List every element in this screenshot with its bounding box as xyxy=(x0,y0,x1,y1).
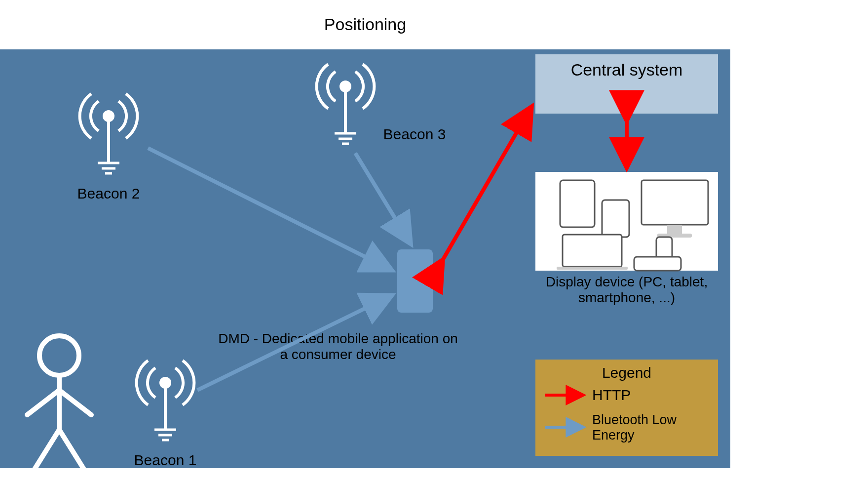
diagram-root: Positioning Central system Display devic… xyxy=(0,0,868,483)
arrow-mobile-central xyxy=(442,109,530,262)
arrows-layer xyxy=(0,0,868,483)
arrow-beacon1-to-mobile xyxy=(197,296,390,390)
arrow-beacon3-to-mobile xyxy=(355,153,410,242)
arrow-beacon2-to-mobile xyxy=(148,148,390,269)
